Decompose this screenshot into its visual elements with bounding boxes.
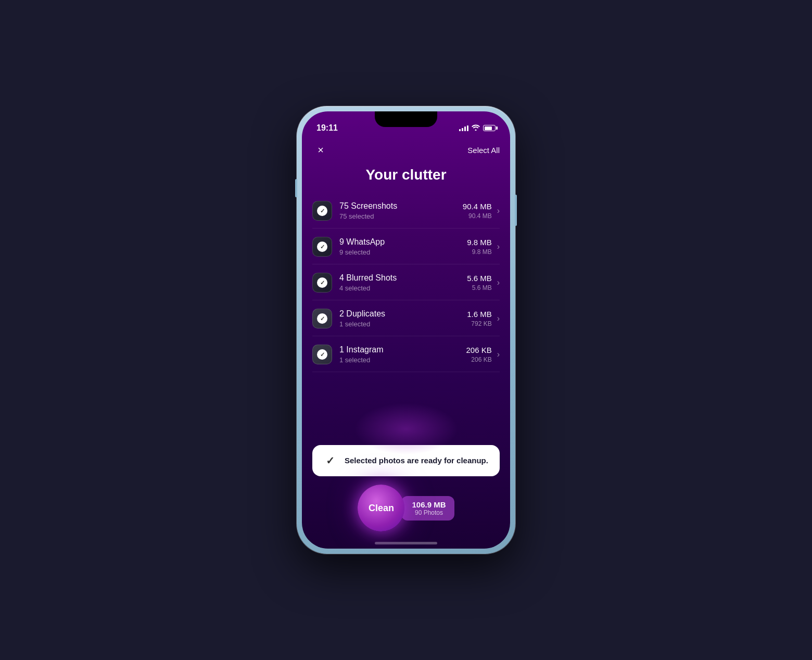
item-name: 1 Instagram [339, 345, 466, 354]
size-badge-photos: 90 Photos [412, 509, 446, 516]
list-item[interactable]: 75 Screenshots 75 selected 90.4 MB 90.4 … [312, 194, 500, 229]
item-size: 90.4 MB 90.4 MB [463, 202, 492, 220]
item-info: 1 Instagram 1 selected [339, 345, 466, 364]
item-size: 5.6 MB 5.6 MB [467, 274, 492, 291]
signal-icon [459, 125, 468, 131]
item-size-main: 90.4 MB [463, 202, 492, 211]
phone-frame: 19:11 [297, 106, 515, 554]
list-item[interactable]: 1 Instagram 1 selected 206 KB 206 KB › [312, 337, 500, 372]
item-checkbox[interactable] [312, 237, 332, 257]
item-selected: 1 selected [339, 320, 467, 328]
item-checkbox[interactable] [312, 345, 332, 364]
top-nav: × Select All [312, 137, 500, 167]
item-name: 2 Duplicates [339, 309, 467, 319]
select-all-button[interactable]: Select All [467, 146, 500, 155]
battery-icon [483, 125, 496, 131]
item-checkbox[interactable] [312, 201, 332, 221]
item-name: 4 Blurred Shots [339, 273, 467, 283]
notification-text: Selected photos are ready for cleanup. [345, 455, 488, 466]
list-item[interactable]: 2 Duplicates 1 selected 1.6 MB 792 KB › [312, 301, 500, 336]
item-info: 4 Blurred Shots 4 selected [339, 273, 467, 292]
item-info: 2 Duplicates 1 selected [339, 309, 467, 328]
chevron-right-icon: › [497, 350, 500, 359]
home-indicator [375, 542, 437, 544]
item-selected: 4 selected [339, 284, 467, 292]
list-item[interactable]: 4 Blurred Shots 4 selected 5.6 MB 5.6 MB… [312, 265, 500, 300]
item-size-sub: 9.8 MB [467, 248, 492, 256]
status-time: 19:11 [316, 123, 338, 133]
clean-label: Clean [369, 503, 394, 514]
chevron-right-icon: › [497, 242, 500, 251]
item-size-sub: 206 KB [466, 356, 491, 363]
chevron-right-icon: › [497, 314, 500, 323]
item-name: 9 WhatsApp [339, 237, 467, 247]
item-checkbox[interactable] [312, 309, 332, 328]
item-size-sub: 5.6 MB [467, 284, 492, 291]
list-item[interactable]: 9 WhatsApp 9 selected 9.8 MB 9.8 MB › [312, 230, 500, 264]
notification-banner: ✓ Selected photos are ready for cleanup. [312, 445, 500, 476]
item-size-main: 206 KB [466, 346, 491, 354]
clutter-list: 75 Screenshots 75 selected 90.4 MB 90.4 … [312, 194, 500, 372]
bottom-action: Clean 106.9 MB 90 Photos [312, 485, 500, 531]
item-name: 75 Screenshots [339, 201, 463, 211]
item-size: 206 KB 206 KB [466, 346, 491, 363]
phone-screen: 19:11 [302, 111, 510, 549]
item-size: 9.8 MB 9.8 MB [467, 238, 492, 256]
clean-button[interactable]: Clean [358, 485, 404, 531]
close-button[interactable]: × [312, 142, 329, 158]
chevron-right-icon: › [497, 206, 500, 215]
item-info: 9 WhatsApp 9 selected [339, 237, 467, 256]
status-icons [459, 124, 496, 132]
page-title: Your clutter [312, 167, 500, 183]
wifi-icon [472, 124, 480, 132]
item-size: 1.6 MB 792 KB [467, 310, 492, 327]
chevron-right-icon: › [497, 278, 500, 287]
item-size-main: 5.6 MB [467, 274, 492, 283]
notch [375, 111, 437, 127]
item-size-sub: 792 KB [467, 320, 492, 327]
item-size-main: 1.6 MB [467, 310, 492, 319]
item-size-sub: 90.4 MB [463, 212, 492, 220]
item-selected: 1 selected [339, 356, 466, 364]
item-info: 75 Screenshots 75 selected [339, 201, 463, 220]
item-selected: 9 selected [339, 248, 467, 256]
item-checkbox[interactable] [312, 273, 332, 293]
size-badge: 106.9 MB 90 Photos [401, 496, 454, 521]
notification-check-icon: ✓ [323, 453, 337, 468]
size-badge-main: 106.9 MB [412, 500, 446, 509]
item-size-main: 9.8 MB [467, 238, 492, 247]
item-selected: 75 selected [339, 212, 463, 220]
